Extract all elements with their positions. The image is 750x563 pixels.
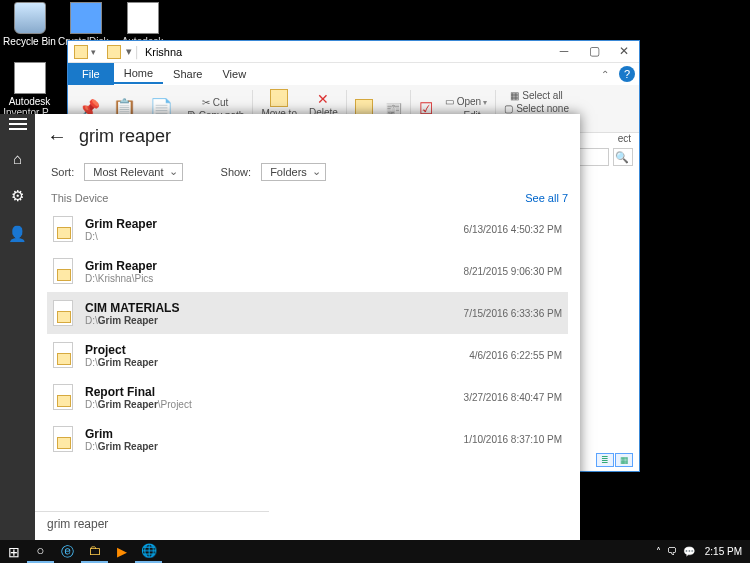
tray-speaker-icon[interactable]: 🗨 (667, 546, 677, 557)
ribbon-tabs: File Home Share View ⌃ ? (68, 63, 639, 85)
action-center-icon[interactable]: 💬 (683, 546, 695, 557)
cortana-panel: ⌂ ⚙ 👤 ← grim reaper Sort: Most Relevant … (0, 114, 580, 541)
folder-icon (53, 426, 73, 452)
result-date: 7/15/2016 6:33:36 PM (464, 308, 562, 319)
collapse-ribbon-icon[interactable]: ⌃ (595, 66, 615, 83)
crystal-disk-icon (70, 2, 102, 34)
minimize-button[interactable]: ─ (549, 41, 579, 63)
result-title: Grim (85, 427, 452, 441)
folder-icon (53, 216, 73, 242)
autodesk-inventor-icon (14, 62, 46, 94)
result-date: 4/6/2016 6:22:55 PM (469, 350, 562, 361)
edge-taskbar-icon[interactable]: ⓔ (54, 540, 81, 563)
recycle-bin[interactable]: Recycle Bin (2, 2, 57, 47)
result-title: CIM MATERIALS (85, 301, 452, 315)
folder-icon (53, 258, 73, 284)
share-tab[interactable]: Share (163, 65, 212, 83)
details-view-icon[interactable]: ≣ (596, 453, 614, 467)
recycle-bin-icon (14, 2, 46, 34)
result-title: Project (85, 343, 457, 357)
vlc-taskbar-icon[interactable]: ▶ (108, 540, 135, 563)
maximize-button[interactable]: ▢ (579, 41, 609, 63)
result-title: Report Final (85, 385, 452, 399)
sort-label: Sort: (51, 166, 74, 178)
folder-icon (53, 342, 73, 368)
explorer-taskbar-icon[interactable]: 🗀 (81, 540, 108, 563)
cut-button[interactable]: ✂ Cut (202, 96, 228, 109)
cortana-taskbar-button[interactable]: ○ (27, 540, 54, 563)
select-all-button[interactable]: ▦ Select all (510, 89, 562, 102)
start-button[interactable]: ⊞ (0, 540, 27, 563)
chrome-taskbar-icon[interactable]: 🌐 (135, 540, 162, 563)
search-box[interactable]: 🔍 (613, 148, 633, 166)
result-path: D:\ (85, 231, 452, 242)
caret-icon: ▾ (91, 47, 101, 57)
result-date: 1/10/2016 8:37:10 PM (464, 434, 562, 445)
titlebar[interactable]: ▾ ▾ │ Krishna ─ ▢ ✕ (68, 41, 639, 63)
result-title: Grim Reaper (85, 259, 452, 273)
cortana-rail: ⌂ ⚙ 👤 (0, 114, 35, 541)
home-tab[interactable]: Home (114, 64, 163, 84)
sort-dropdown[interactable]: Most Relevant (84, 163, 182, 181)
folder-icon (53, 384, 73, 410)
result-title: Grim Reaper (85, 217, 452, 231)
result-row[interactable]: GrimD:\Grim Reaper1/10/2016 8:37:10 PM (47, 418, 568, 460)
hamburger-icon[interactable] (9, 118, 27, 130)
search-input[interactable]: grim reaper (35, 511, 269, 541)
result-date: 8/21/2015 9:06:30 PM (464, 266, 562, 277)
result-row[interactable]: CIM MATERIALSD:\Grim Reaper7/15/2016 6:3… (47, 292, 568, 334)
result-path: D:\Grim Reaper\Project (85, 399, 452, 410)
autodesk-icon (127, 2, 159, 34)
result-row[interactable]: Grim ReaperD:\6/13/2016 4:50:32 PM (47, 208, 568, 250)
view-tab[interactable]: View (212, 65, 256, 83)
result-path: D:\Grim Reaper (85, 315, 452, 326)
result-date: 6/13/2016 4:50:32 PM (464, 224, 562, 235)
result-path: D:\Grim Reaper (85, 441, 452, 452)
result-path: D:\Grim Reaper (85, 357, 457, 368)
section-label: This Device (51, 192, 108, 204)
result-row[interactable]: ProjectD:\Grim Reaper4/6/2016 6:22:55 PM (47, 334, 568, 376)
query-heading: grim reaper (79, 126, 171, 147)
result-row[interactable]: Report FinalD:\Grim Reaper\Project3/27/2… (47, 376, 568, 418)
help-icon[interactable]: ? (619, 66, 635, 82)
result-date: 3/27/2016 8:40:47 PM (464, 392, 562, 403)
window-title: Krishna (141, 46, 549, 58)
feedback-icon[interactable]: 👤 (8, 225, 27, 243)
show-label: Show: (221, 166, 252, 178)
icon-label: Recycle Bin (2, 36, 57, 47)
autodesk-inventor[interactable]: Autodesk Inventor P... (2, 62, 57, 118)
tray-chevron-icon[interactable]: ˄ (656, 546, 661, 557)
taskbar: ⊞ ○ ⓔ 🗀 ▶ 🌐 ˄ 🗨 💬 2:15 PM (0, 540, 750, 563)
folder-icon (107, 45, 121, 59)
clock[interactable]: 2:15 PM (701, 546, 746, 557)
close-button[interactable]: ✕ (609, 41, 639, 63)
show-dropdown[interactable]: Folders (261, 163, 326, 181)
tiles-view-icon[interactable]: ▦ (615, 453, 633, 467)
home-icon[interactable]: ⌂ (13, 150, 22, 167)
folder-icon (74, 45, 88, 59)
open-button[interactable]: ▭ Open (445, 95, 487, 109)
see-all-link[interactable]: See all 7 (525, 192, 568, 204)
results-list: Grim ReaperD:\6/13/2016 4:50:32 PMGrim R… (35, 208, 580, 511)
file-tab[interactable]: File (68, 63, 114, 85)
result-row[interactable]: Grim ReaperD:\Krishna\Pics8/21/2015 9:06… (47, 250, 568, 292)
result-path: D:\Krishna\Pics (85, 273, 452, 284)
back-button[interactable]: ← (41, 125, 79, 148)
overflow-icon[interactable]: ▾ (124, 45, 134, 58)
folder-icon (53, 300, 73, 326)
settings-icon[interactable]: ⚙ (11, 187, 24, 205)
